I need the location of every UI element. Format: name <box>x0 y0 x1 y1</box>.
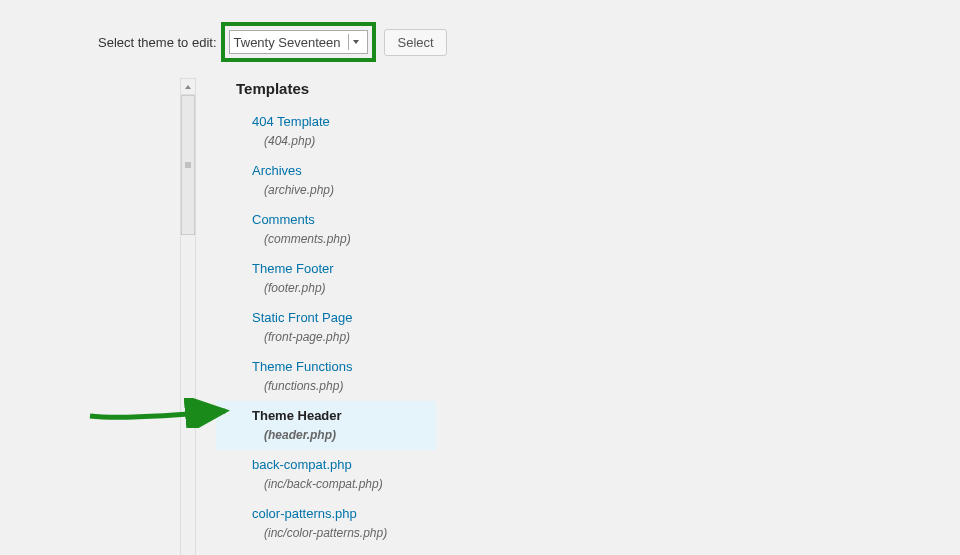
file-panel: Templates 404 Template(404.php)Archives(… <box>216 78 436 555</box>
file-item[interactable]: custom-header.php(inc/custom-header.php) <box>216 548 436 555</box>
theme-select[interactable]: Twenty Seventeen <box>229 30 369 54</box>
file-name[interactable]: Theme Header <box>252 407 436 425</box>
file-item[interactable]: back-compat.php(inc/back-compat.php) <box>216 450 436 499</box>
file-item[interactable]: 404 Template(404.php) <box>216 107 436 156</box>
scrollbar[interactable] <box>180 78 196 555</box>
file-item[interactable]: Comments(comments.php) <box>216 205 436 254</box>
file-path: (comments.php) <box>252 231 436 248</box>
file-path: (archive.php) <box>252 182 436 199</box>
top-bar: Select theme to edit: Twenty Seventeen S… <box>0 0 960 78</box>
file-name[interactable]: 404 Template <box>252 113 436 131</box>
main-area: Templates 404 Template(404.php)Archives(… <box>0 78 960 555</box>
file-item[interactable]: color-patterns.php(inc/color-patterns.ph… <box>216 499 436 548</box>
scroll-thumb[interactable] <box>181 95 195 235</box>
file-path: (inc/back-compat.php) <box>252 476 436 493</box>
section-title: Templates <box>216 80 436 97</box>
file-item[interactable]: Theme Header(header.php) <box>216 401 436 450</box>
file-path: (inc/color-patterns.php) <box>252 525 436 542</box>
file-name[interactable]: back-compat.php <box>252 456 436 474</box>
file-name[interactable]: Theme Footer <box>252 260 436 278</box>
file-name[interactable]: Static Front Page <box>252 309 436 327</box>
file-item[interactable]: Theme Footer(footer.php) <box>216 254 436 303</box>
file-name[interactable]: color-patterns.php <box>252 505 436 523</box>
theme-select-highlight: Twenty Seventeen <box>221 22 377 62</box>
dropdown-arrow-icon <box>348 34 363 50</box>
file-item[interactable]: Theme Functions(functions.php) <box>216 352 436 401</box>
theme-select-value: Twenty Seventeen <box>234 35 349 50</box>
file-path: (footer.php) <box>252 280 436 297</box>
file-item[interactable]: Archives(archive.php) <box>216 156 436 205</box>
scrollbar-up-icon[interactable] <box>181 79 195 95</box>
file-name[interactable]: Archives <box>252 162 436 180</box>
file-list: 404 Template(404.php)Archives(archive.ph… <box>216 107 436 555</box>
file-path: (functions.php) <box>252 378 436 395</box>
file-path: (404.php) <box>252 133 436 150</box>
select-button[interactable]: Select <box>384 29 446 56</box>
file-path: (front-page.php) <box>252 329 436 346</box>
select-theme-label: Select theme to edit: <box>98 35 217 50</box>
file-path: (header.php) <box>252 427 436 444</box>
file-name[interactable]: Theme Functions <box>252 358 436 376</box>
file-item[interactable]: Static Front Page(front-page.php) <box>216 303 436 352</box>
file-name[interactable]: Comments <box>252 211 436 229</box>
